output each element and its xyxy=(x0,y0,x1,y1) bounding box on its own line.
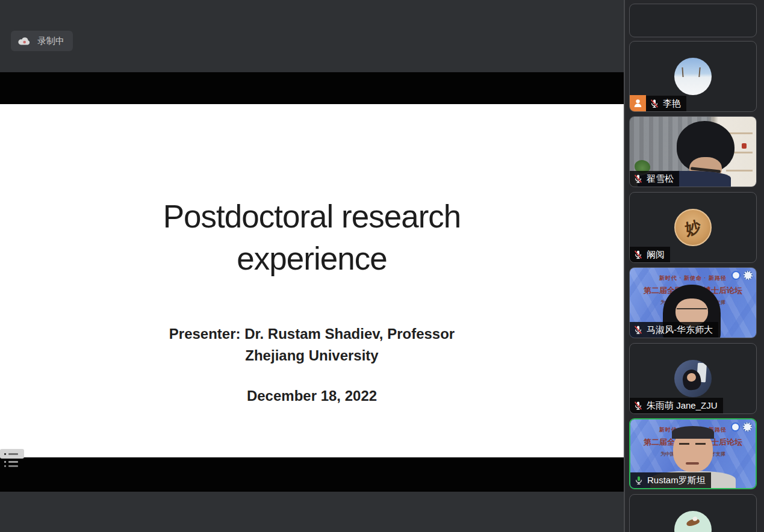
outline-row xyxy=(4,461,36,463)
presentation-slide: Postdoctoral research experience Present… xyxy=(0,104,624,457)
person-icon xyxy=(633,98,643,108)
muted-mic-icon xyxy=(633,250,643,259)
name-plate: 马淑风-华东师大 xyxy=(630,322,718,338)
video-tile-zhaixuesong[interactable]: 翟雪松 xyxy=(629,116,757,187)
letterbox-top xyxy=(0,72,624,104)
outline-bubble[interactable] xyxy=(0,449,24,459)
participants-sidebar[interactable]: 李艳 xyxy=(624,0,764,532)
participant-name: Rustam罗斯坦 xyxy=(647,475,706,486)
muted-mic-icon xyxy=(633,174,643,184)
letterbox-bottom xyxy=(0,457,624,492)
recording-cloud-icon xyxy=(17,36,32,46)
video-tile-mashufeng[interactable]: 新时代 · 新使命 · 新路径 第二届全国 博士后论坛 为中国式现代 人才支撑 xyxy=(629,267,757,338)
video-tile-zhuyumeng[interactable]: 朱雨萌 Jane_ZJU xyxy=(629,343,757,414)
slide-title-line2: experience xyxy=(0,238,624,280)
video-tile-partial-top[interactable] xyxy=(629,4,757,37)
video-tile-rustam-active-speaker[interactable]: 新时代 · 新使命 · 新路径 第二届全国 博士后论坛 为中国式现代 人才支撑 xyxy=(629,418,757,489)
slide-presenter-line1: Presenter: Dr. Rustam Shadiev, Professor xyxy=(0,323,624,345)
name-plate: 李艳 xyxy=(646,96,686,111)
active-mic-icon xyxy=(634,475,644,485)
video-tile-partial-bottom[interactable] xyxy=(629,494,757,532)
slide-date: December 18, 2022 xyxy=(0,388,624,404)
avatar xyxy=(674,58,712,95)
name-plate: 阚阅 xyxy=(630,247,670,262)
name-plate: 翟雪松 xyxy=(630,171,679,187)
slide-outline-toggle[interactable] xyxy=(0,449,36,467)
participant-name: 朱雨萌 Jane_ZJU xyxy=(647,400,718,412)
shared-screen-area: 录制中 Postdoctoral research experience Pre… xyxy=(0,0,624,532)
participant-name: 翟雪松 xyxy=(647,173,674,185)
participant-role-badge xyxy=(630,95,646,111)
video-tile-liyan[interactable]: 李艳 xyxy=(629,41,757,112)
participant-name: 李艳 xyxy=(663,98,681,110)
name-plate: Rustam罗斯坦 xyxy=(630,472,711,488)
slide-title: Postdoctoral research experience xyxy=(0,196,624,280)
name-plate: 朱雨萌 Jane_ZJU xyxy=(630,398,723,413)
outline-bullet xyxy=(4,453,6,455)
recording-label: 录制中 xyxy=(37,36,64,47)
slide-presenter: Presenter: Dr. Rustam Shadiev, Professor… xyxy=(0,323,624,367)
avatar xyxy=(674,511,712,532)
avatar-calligraphy: 妙 xyxy=(683,215,703,240)
video-tile-kanyue[interactable]: 妙 阚阅 xyxy=(629,192,757,263)
participant-name: 马淑风-华东师大 xyxy=(647,324,713,336)
muted-mic-icon xyxy=(633,325,643,335)
avatar: 妙 xyxy=(674,209,712,246)
muted-mic-icon xyxy=(633,401,643,410)
slide-presenter-line2: Zhejiang University xyxy=(0,345,624,367)
participant-name: 阚阅 xyxy=(647,249,665,261)
muted-mic-icon xyxy=(650,99,659,108)
recording-indicator[interactable]: 录制中 xyxy=(11,31,73,51)
meeting-window: 录制中 Postdoctoral research experience Pre… xyxy=(0,0,764,532)
avatar xyxy=(674,360,712,397)
slide-title-line1: Postdoctoral research xyxy=(0,196,624,238)
outline-row xyxy=(4,465,36,467)
outline-line xyxy=(8,453,18,455)
